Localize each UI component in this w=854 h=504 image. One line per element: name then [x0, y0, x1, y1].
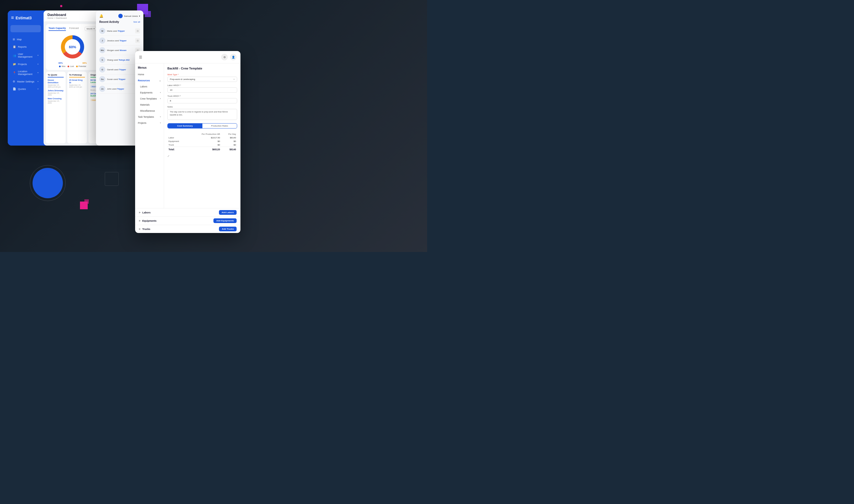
- hamburger-icon[interactable]: ☰: [139, 55, 142, 59]
- cost-val-labor-day: $8140: [221, 136, 237, 140]
- sidebar-item-reports[interactable]: 📋 Reports: [10, 43, 42, 50]
- activity-avatar-4: G: [99, 67, 105, 73]
- activity-item-3: S Shang used Totoya 4X2 ⊡: [99, 55, 140, 65]
- crew-panel-header: ☰ ⚙ 👤: [135, 51, 240, 64]
- add-trucks-button[interactable]: Add Trucks: [219, 227, 237, 231]
- chevron-icon-projects: ▾: [37, 63, 39, 65]
- tab-forecast[interactable]: Forecast: [69, 27, 79, 31]
- sidebar-item-projects[interactable]: 📁 Projects ▾: [10, 61, 42, 68]
- crew-menu-label-labors: Labors: [140, 85, 147, 88]
- project-johns-driveway: Johns Driveway September 15, 2023: [48, 89, 64, 96]
- crew-menu-task-templates[interactable]: Task Templates ▾: [135, 114, 164, 120]
- month-dropdown[interactable]: Month ▾: [85, 27, 96, 31]
- project-date-house: September 15, 2023 at 6:00 pm: [48, 84, 64, 88]
- user-info: Samuel Jones ▾: [118, 14, 140, 18]
- cost-tab-summary[interactable]: Cost Summary: [168, 124, 202, 128]
- activity-item-6: Jo John used Tripper ⊡: [99, 84, 140, 94]
- crew-settings-icon[interactable]: ⚙: [221, 54, 228, 60]
- cost-table: Per Production HR Per Day Labor $1017.50…: [167, 132, 237, 151]
- activity-item-2: Mo Morgan used Nissan ⊡: [99, 46, 140, 55]
- activity-avatar-0: M: [99, 28, 105, 34]
- crew-menu-home[interactable]: Home: [135, 71, 164, 77]
- project-title-king[interactable]: 15 Great King St: [69, 79, 85, 84]
- cost-val-labor-hr: $1017.50: [188, 136, 221, 140]
- activity-item-1: J Jessica used Tripper ⊡: [99, 36, 140, 46]
- legend-label-lost: Lost: [70, 65, 74, 67]
- activity-link-2[interactable]: Nissan: [120, 49, 127, 52]
- activity-avatar-1: J: [99, 37, 105, 43]
- crew-menu-crew-templates[interactable]: Crew Templates ▾: [135, 96, 164, 102]
- crew-menu-equipments[interactable]: Equipments ▾: [135, 90, 164, 96]
- cost-row-truck: Truck $0 $0: [167, 143, 237, 147]
- sidebar-item-quotes[interactable]: 📄 Quotes ▾: [10, 86, 42, 92]
- section-labors[interactable]: ▶ Labors Add Labors: [135, 208, 240, 216]
- logo-text: Estimat3: [16, 16, 32, 20]
- cost-val-truck-day: $0: [221, 143, 237, 147]
- chevron-icon-settings: ▾: [37, 80, 39, 83]
- activity-link-4[interactable]: Tripper: [119, 68, 126, 71]
- activity-avatar-6: Jo: [99, 86, 105, 92]
- add-labors-button[interactable]: Add Labors: [219, 210, 237, 215]
- crew-menu-label-resources: Resources: [138, 79, 150, 82]
- legend-label-won: Won: [61, 65, 65, 67]
- dropdown-chevron: ▾: [93, 28, 95, 30]
- project-title-johns[interactable]: Johns Driveway: [48, 89, 64, 92]
- add-equipments-button[interactable]: Add Equipments: [214, 218, 237, 223]
- crew-menu-projects[interactable]: Projects ▾: [135, 120, 164, 126]
- activity-action-0[interactable]: ⊡: [135, 29, 140, 33]
- month-label: Month: [87, 28, 93, 30]
- sidebar-item-label-quotes: Quotes: [18, 88, 26, 90]
- legend-dot-won: [59, 66, 61, 67]
- legend-dot-potential: [76, 66, 78, 67]
- legend-won: Won: [59, 65, 65, 67]
- activity-link-6[interactable]: Tripper: [117, 88, 124, 90]
- project-title-house[interactable]: House Demolition: [48, 79, 64, 84]
- project-title-crossing[interactable]: New Crossing: [48, 97, 64, 100]
- tab-team-capacity[interactable]: Team Capacity: [49, 27, 66, 31]
- sidebar-item-settings[interactable]: ⚙ Master Settings ▾: [10, 78, 42, 85]
- resources-chevron: ▲: [159, 80, 161, 82]
- sidebar-item-label-reports: Reports: [18, 46, 27, 48]
- deco-outline-square: [105, 172, 119, 186]
- logo-icon: ≡: [11, 15, 14, 21]
- sidebar-item-usermgmt[interactable]: 👥 User Management ▾: [10, 51, 42, 60]
- donut-center: 60%: [69, 45, 76, 49]
- sidebar-item-label-settings: Master Settings: [17, 80, 35, 83]
- col-to-followup: To Followup 15 Great King St September 1…: [67, 72, 87, 143]
- location-icon: 📍: [13, 71, 16, 74]
- card-tabs: Team Capacity Forecast Month ▾: [49, 27, 96, 31]
- task-chevron: ▾: [160, 116, 161, 118]
- input-truck-hr[interactable]: 8: [167, 98, 237, 103]
- see-all-link[interactable]: See all: [133, 21, 140, 23]
- cost-label-total: Total:: [167, 147, 188, 151]
- select-work-type[interactable]: Prep-work & Landscaping ▾: [167, 77, 237, 82]
- sidebar-item-map[interactable]: ⊞ Map: [10, 36, 42, 43]
- section-trucks[interactable]: ▶ Trucks Add Trucks: [135, 225, 240, 233]
- cost-val-truck-hr: $0: [188, 143, 221, 147]
- activity-link-3[interactable]: Totoya 4X2: [119, 59, 129, 61]
- form-labor-hr: Labor HR/DY * 10: [167, 84, 237, 93]
- col-to-quote: To Quote House Demolition September 15, …: [46, 72, 66, 143]
- activity-link-0[interactable]: Tripper: [118, 30, 125, 32]
- activity-link-1[interactable]: Tripper: [120, 39, 126, 42]
- textarea-notes[interactable]: The day cost for a crew in regards to pr…: [167, 109, 237, 120]
- crew-user-icon[interactable]: 👤: [230, 54, 237, 60]
- sidebar-item-location[interactable]: 📍 Location Management ▾: [10, 68, 42, 77]
- activity-action-1[interactable]: ⊡: [135, 38, 140, 43]
- crew-menu-resources[interactable]: Resources ▲: [135, 77, 164, 84]
- deco-square-purple2: [145, 11, 151, 17]
- input-labor-hr[interactable]: 10: [167, 87, 237, 93]
- cost-tab-rates[interactable]: Production Rates: [202, 124, 237, 128]
- work-type-value: Prep-work & Landscaping: [170, 78, 195, 80]
- crew-content-title: Backfill - Crew Template: [167, 67, 237, 70]
- section-equipments-left: ▶ Equipments: [139, 219, 157, 222]
- crew-menu-misc[interactable]: Miscellaneous: [135, 108, 164, 114]
- expand-icon[interactable]: ⤢: [167, 155, 237, 158]
- activity-link-5[interactable]: Tripper: [119, 78, 125, 80]
- section-trucks-label: Trucks: [142, 228, 150, 231]
- crew-menu-labors[interactable]: Labors: [135, 84, 164, 90]
- sidebar-search[interactable]: [11, 25, 41, 32]
- bell-icon[interactable]: 🔔: [99, 14, 104, 18]
- crew-menu-materials[interactable]: Materials: [135, 102, 164, 108]
- section-equipments[interactable]: ▶ Equipments Add Equipments: [135, 216, 240, 225]
